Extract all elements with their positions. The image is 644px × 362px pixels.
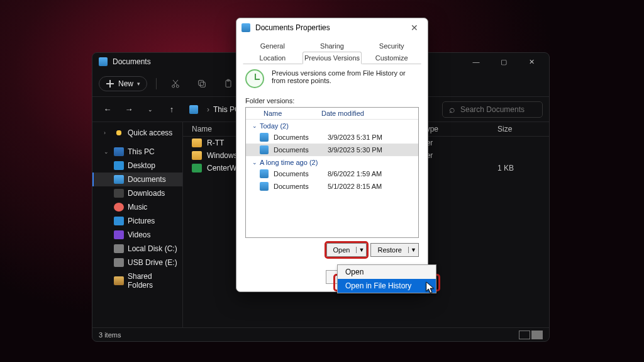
app-icon [192, 164, 202, 173]
up-button[interactable]: ↑ [163, 101, 180, 118]
documents-icon [242, 23, 250, 32]
version-name: Documents [274, 183, 328, 190]
folder-versions-label: Folder versions: [245, 97, 419, 105]
tab-sharing[interactable]: Sharing [303, 40, 362, 52]
svg-point-1 [176, 85, 179, 88]
star-icon [114, 128, 124, 137]
hint-text: Previous versions come from File History… [272, 69, 419, 84]
svg-rect-2 [200, 82, 205, 87]
col-date[interactable]: Date modified [321, 110, 418, 117]
menu-item-open[interactable]: Open [338, 265, 436, 279]
cut-button[interactable] [165, 75, 186, 93]
restore-button[interactable]: Restore ▼ [370, 243, 419, 257]
dialog-title: Documents Properties [255, 23, 406, 32]
group-header[interactable]: ⌄ A long time ago (2) [246, 156, 418, 167]
new-button[interactable]: New ▾ [99, 76, 147, 91]
version-date: 8/6/2022 1:59 AM [328, 170, 382, 178]
videos-icon [114, 230, 124, 239]
downloads-icon [114, 189, 124, 198]
open-dropdown-button[interactable]: ▼ [356, 247, 366, 253]
tab-security[interactable]: Security [362, 40, 421, 52]
search-box[interactable]: ⌕ [442, 101, 543, 118]
sidebar-label: Downloads [128, 189, 165, 198]
restore-button-label: Restore [371, 246, 408, 254]
chevron-right-icon: › [104, 130, 110, 136]
column-type[interactable]: Type [422, 125, 497, 133]
view-details-button[interactable] [531, 331, 543, 339]
maximize-button[interactable]: ▢ [490, 53, 518, 71]
forward-button[interactable]: → [120, 101, 138, 118]
sidebar-label: USB Drive (E:) [128, 258, 177, 267]
restore-dropdown-button[interactable]: ▼ [408, 247, 418, 253]
documents-icon [114, 175, 124, 184]
version-row[interactable]: Documents 8/6/2022 1:59 AM [246, 167, 418, 180]
new-button-label: New [118, 79, 133, 88]
divider [156, 78, 157, 89]
sidebar-item-this-pc[interactable]: ⌄ This PC [92, 145, 182, 159]
view-list-button[interactable] [519, 331, 530, 339]
documents-icon [260, 169, 269, 178]
sidebar-item-videos[interactable]: Videos [92, 228, 182, 242]
sidebar-label: Desktop [128, 161, 155, 170]
close-button[interactable]: ✕ [406, 23, 423, 33]
version-name: Documents [274, 146, 328, 154]
pictures-icon [114, 217, 124, 225]
open-button[interactable]: Open ▼ [326, 243, 367, 257]
open-button-label: Open [327, 246, 357, 254]
group-header[interactable]: ⌄ Today (2) [246, 120, 418, 131]
sidebar-item-desktop[interactable]: Desktop [92, 159, 182, 173]
sidebar-item-local-disk[interactable]: Local Disk (C:) [92, 242, 182, 256]
version-name: Documents [274, 133, 328, 141]
chevron-down-icon: ▾ [137, 81, 140, 87]
tab-row: Location Previous Versions Customize [243, 52, 421, 64]
versions-list[interactable]: Name Date modified ⌄ Today (2) Documents… [245, 107, 419, 238]
view-toggles [519, 331, 543, 339]
file-type: le [422, 164, 497, 173]
recent-chevron-icon[interactable]: ⌄ [142, 101, 159, 118]
version-row[interactable]: Documents 5/1/2022 8:15 AM [246, 180, 418, 193]
back-button[interactable]: ← [99, 101, 116, 118]
status-text: 3 items [99, 331, 121, 339]
version-row[interactable]: Documents 3/9/2023 5:30 PM [246, 144, 418, 156]
sidebar-item-documents[interactable]: Documents [92, 173, 182, 186]
search-icon: ⌕ [449, 104, 455, 115]
documents-icon [260, 133, 269, 142]
close-button[interactable]: ✕ [518, 53, 545, 71]
tab-location[interactable]: Location [243, 52, 303, 64]
sidebar-item-shared-folders[interactable]: Shared Folders [92, 269, 182, 292]
tab-general[interactable]: General [243, 40, 303, 52]
column-size[interactable]: Size [497, 125, 535, 133]
documents-icon [260, 145, 269, 154]
sidebar-label: Videos [128, 230, 150, 239]
properties-dialog: Documents Properties ✕ General Sharing S… [236, 18, 428, 292]
tab-customize[interactable]: Customize [362, 52, 421, 64]
chevron-down-icon: ⌄ [252, 123, 257, 129]
menu-item-open-in-file-history[interactable]: Open in File History [338, 279, 436, 293]
pc-icon [114, 147, 124, 156]
version-row[interactable]: Documents 3/9/2023 5:31 PM [246, 131, 418, 144]
group-label: Today (2) [260, 122, 289, 130]
version-buttons: Open ▼ Restore ▼ [245, 238, 419, 261]
sidebar-item-quick-access[interactable]: › Quick access [92, 126, 182, 140]
version-date: 3/9/2023 5:30 PM [328, 146, 382, 154]
sidebar-item-pictures[interactable]: Pictures [92, 214, 182, 228]
versions-columns: Name Date modified [246, 108, 418, 120]
tab-previous-versions[interactable]: Previous Versions [303, 52, 362, 64]
dialog-titlebar[interactable]: Documents Properties ✕ [236, 18, 428, 37]
search-input[interactable] [460, 105, 536, 114]
folder-icon [192, 151, 202, 160]
sidebar-label: Local Disk (C:) [128, 244, 177, 253]
documents-icon [189, 105, 198, 114]
minimize-button[interactable]: — [462, 53, 490, 71]
folder-icon [192, 139, 202, 147]
chevron-down-icon: ⌄ [104, 149, 110, 155]
col-name[interactable]: Name [246, 110, 321, 117]
sidebar-label: This PC [128, 147, 155, 156]
copy-button[interactable] [192, 75, 212, 93]
sidebar-item-music[interactable]: Music [92, 200, 182, 214]
version-date: 3/9/2023 5:31 PM [328, 133, 382, 141]
file-type: der [422, 139, 497, 147]
open-dropdown-menu: Open Open in File History [337, 264, 436, 293]
sidebar-item-usb-drive[interactable]: USB Drive (E:) [92, 256, 182, 269]
sidebar-item-downloads[interactable]: Downloads [92, 186, 182, 200]
